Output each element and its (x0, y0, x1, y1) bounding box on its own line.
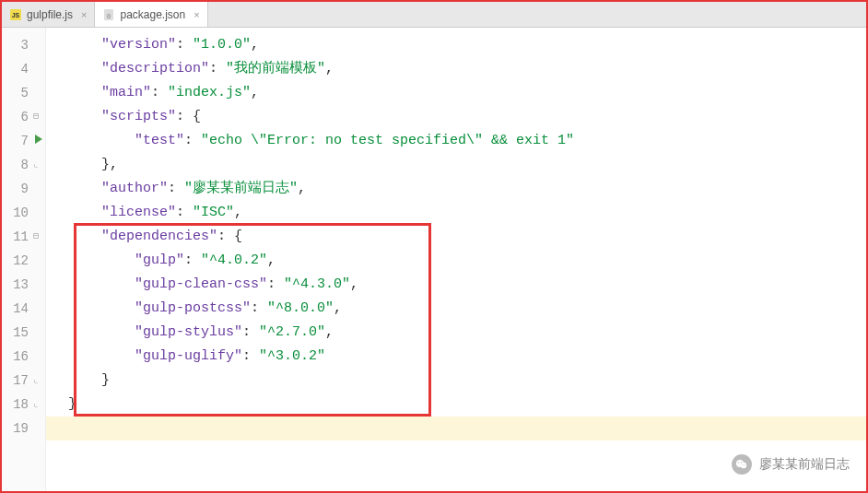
line-number: 16 (2, 345, 29, 369)
code-line: "scripts": { (68, 105, 866, 129)
line-number: 12 (2, 249, 29, 273)
line-number: 14 (2, 297, 29, 321)
line-number: 19 (2, 417, 29, 440)
code-line: "gulp-uglify": "^3.0.2" (68, 345, 866, 369)
svg-point-9 (745, 464, 745, 465)
code-line (68, 417, 866, 440)
line-number: 17⌞ (2, 369, 29, 393)
line-number: 5 (2, 81, 29, 105)
code-line: "license": "ISC", (68, 201, 866, 225)
run-gutter-icon[interactable] (35, 135, 42, 144)
close-icon[interactable]: × (77, 9, 87, 20)
svg-point-6 (738, 462, 739, 463)
line-number: 15 (2, 321, 29, 345)
tab-label: gulpfile.js (27, 8, 73, 21)
watermark: 廖某某前端日志 (732, 454, 850, 475)
code-line: "gulp-postcss": "^8.0.0", (68, 297, 866, 321)
fold-close-icon: ⌞ (30, 393, 41, 417)
line-number: 13 (2, 273, 29, 297)
line-number: 3 (2, 33, 29, 57)
code-line: "author": "廖某某前端日志", (68, 177, 866, 201)
line-number: 18⌞ (2, 393, 29, 417)
code-line: } (68, 393, 866, 417)
json-file-icon: {} (102, 8, 115, 21)
tab-label: package.json (120, 8, 185, 21)
line-number: 6⊟ (2, 105, 29, 129)
svg-point-7 (741, 462, 742, 463)
code-line: "gulp": "^4.0.2", (68, 249, 866, 273)
line-number: 9 (2, 177, 29, 201)
code-line: "description": "我的前端模板", (68, 57, 866, 81)
fold-open-icon[interactable]: ⊟ (30, 105, 41, 129)
svg-point-8 (742, 464, 743, 465)
fold-close-icon: ⌞ (30, 369, 41, 393)
tab-package-json[interactable]: {} package.json × (95, 2, 207, 27)
line-number: 11⊟ (2, 225, 29, 249)
js-file-icon: JS (9, 8, 22, 21)
watermark-text: 廖某某前端日志 (759, 456, 850, 473)
code-line: }, (68, 153, 866, 177)
code-line: "test": "echo \"Error: no test specified… (68, 129, 866, 153)
code-editor[interactable]: 3456⊟78⌞91011⊟121314151617⌞18⌞19 "versio… (2, 28, 866, 491)
code-line: "gulp-clean-css": "^4.3.0", (68, 273, 866, 297)
code-area[interactable]: "version": "1.0.0", "description": "我的前端… (46, 28, 866, 491)
tab-gulpfile[interactable]: JS gulpfile.js × (2, 2, 95, 27)
svg-text:JS: JS (12, 12, 20, 18)
code-line: "gulp-stylus": "^2.7.0", (68, 321, 866, 345)
line-number: 4 (2, 57, 29, 81)
code-line: "main": "index.js", (68, 81, 866, 105)
fold-close-icon: ⌞ (30, 153, 41, 177)
line-gutter: 3456⊟78⌞91011⊟121314151617⌞18⌞19 (2, 28, 46, 491)
code-line: "version": "1.0.0", (68, 33, 866, 57)
code-line: "dependencies": { (68, 225, 866, 249)
editor-tabs: JS gulpfile.js × {} package.json × (2, 2, 866, 28)
line-number: 10 (2, 201, 29, 225)
code-line: } (68, 369, 866, 393)
line-number: 8⌞ (2, 153, 29, 177)
svg-point-5 (741, 463, 746, 468)
fold-open-icon[interactable]: ⊟ (30, 225, 41, 249)
line-number: 7 (2, 129, 29, 153)
close-icon[interactable]: × (190, 9, 199, 20)
wechat-icon (732, 454, 752, 475)
svg-text:{}: {} (107, 13, 111, 18)
